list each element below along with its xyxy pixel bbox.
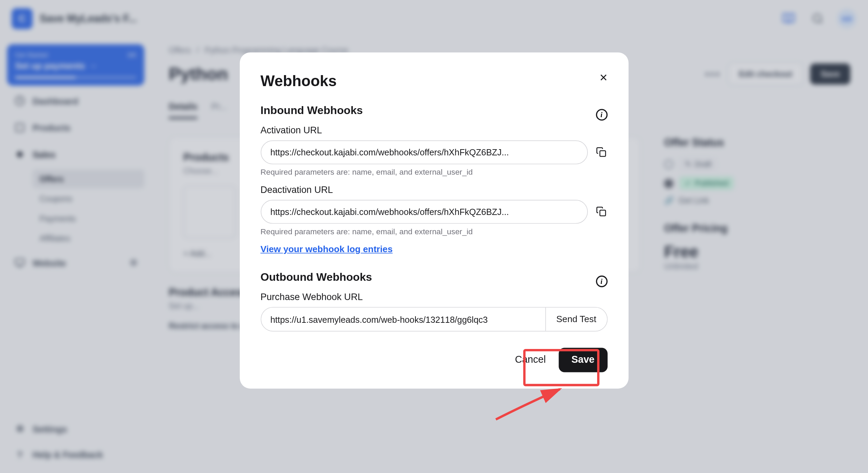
activation-url-field[interactable]: https://checkout.kajabi.com/webhooks/off… [261, 141, 588, 164]
purchase-label: Purchase Webhook URL [261, 292, 607, 302]
purchase-url-input[interactable] [261, 308, 545, 331]
info-icon[interactable]: i [596, 109, 607, 121]
outbound-heading: Outbound Webhooks [261, 271, 372, 284]
purchase-url-wrap: Send Test [261, 307, 607, 331]
copy-icon[interactable] [596, 146, 607, 158]
deactivation-url-field[interactable]: https://checkout.kajabi.com/webhooks/off… [261, 200, 588, 224]
activation-label: Activation URL [261, 125, 607, 136]
svg-rect-5 [600, 210, 605, 215]
copy-icon[interactable] [596, 206, 607, 218]
close-icon[interactable] [598, 72, 610, 84]
deactivation-label: Deactivation URL [261, 185, 607, 195]
save-button[interactable]: Save [559, 348, 607, 372]
log-entries-link[interactable]: View your webhook log entries [261, 244, 393, 254]
activation-helper: Required parameters are: name, email, an… [261, 168, 607, 176]
modal-title: Webhooks [261, 72, 607, 90]
info-icon[interactable]: i [596, 276, 607, 287]
inbound-heading: Inbound Webhooks [261, 104, 363, 117]
annotation-arrow [484, 379, 577, 425]
deactivation-helper: Required parameters are: name, email, an… [261, 227, 607, 236]
webhooks-modal: Webhooks Inbound Webhooks i Activation U… [240, 52, 628, 389]
svg-rect-4 [600, 151, 605, 156]
cancel-button[interactable]: Cancel [515, 354, 546, 366]
send-test-button[interactable]: Send Test [545, 308, 607, 331]
modal-overlay[interactable]: Webhooks Inbound Webhooks i Activation U… [0, 0, 868, 473]
